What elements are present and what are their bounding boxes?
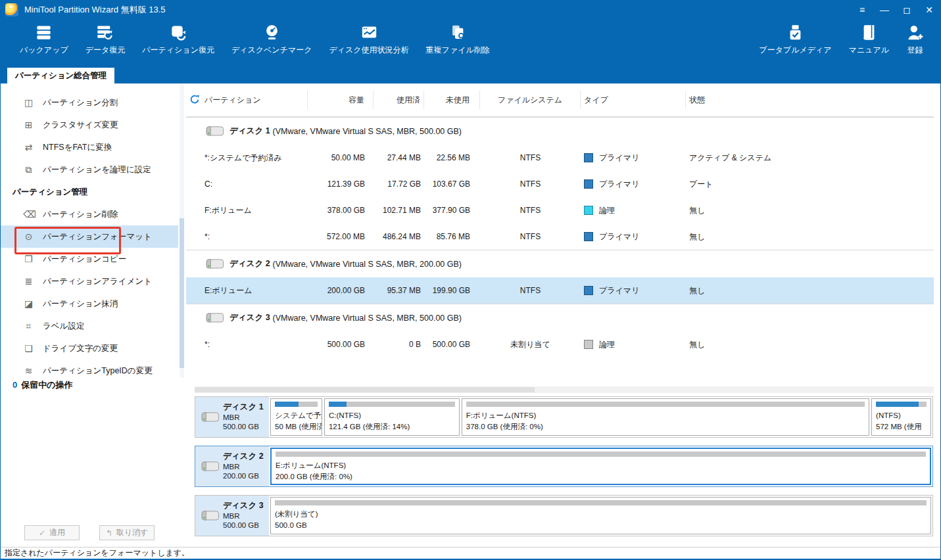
disk-map-partition-block[interactable]: (未割り当て)500.0 GB bbox=[270, 497, 931, 534]
disk-map-partition-block[interactable]: E:ボリューム(NTFS)200.0 GB (使用済: 0%) bbox=[270, 448, 931, 485]
align-partition-icon: ≣ bbox=[23, 276, 34, 287]
column-header-4[interactable]: 未使用 bbox=[424, 91, 480, 109]
disk-name: ディスク 1 bbox=[229, 126, 270, 137]
horizontal-scrollbar[interactable] bbox=[195, 386, 934, 393]
disk-map-partition-block[interactable]: システムで予約50 MB (使用済: bbox=[270, 398, 322, 436]
disk-map-partition-block[interactable]: (NTFS)572 MB (使用 bbox=[871, 398, 931, 436]
disk-map-partition-block[interactable]: C:(NTFS)121.4 GB (使用済: 14%) bbox=[324, 398, 460, 436]
maximize-button[interactable]: ◻ bbox=[896, 0, 918, 20]
partition-block-detail: 572 MB (使用 bbox=[876, 421, 927, 432]
hard-disk-icon bbox=[204, 258, 224, 270]
column-header-2[interactable]: 容量 bbox=[308, 91, 374, 109]
partition-status: 無し bbox=[686, 285, 934, 296]
main-panel: パーティション容量使用済未使用ファイルシステムタイプ状態 ディスク 1(VMwa… bbox=[186, 83, 940, 547]
partition-block-label: C:(NTFS) bbox=[329, 410, 455, 421]
partition-table-row[interactable]: *:572.00 MB486.24 MB85.76 MBNTFSプライマリ無し bbox=[186, 223, 934, 250]
partition-table: ディスク 1(VMware, VMware Virtual S SAS, MBR… bbox=[186, 117, 940, 358]
toolbar-button-label: データ復元 bbox=[85, 45, 126, 56]
app-logo-icon bbox=[5, 3, 18, 16]
hard-disk-icon bbox=[199, 509, 219, 522]
unused-value: 85.76 MB bbox=[424, 232, 480, 241]
partition-table-row[interactable]: F:ボリューム378.00 GB102.71 MB377.90 GBNTFS論理… bbox=[186, 197, 934, 223]
sidebar-item-wipe-partition[interactable]: ◪パーティション抹消 bbox=[1, 292, 178, 315]
disk-map-partition-block[interactable]: F:ボリューム(NTFS)378.0 GB (使用済: 0%) bbox=[462, 398, 869, 436]
sidebar-buttons: ✓ 適用 ↰ 取り消す bbox=[1, 525, 178, 540]
partition-usage-bar bbox=[276, 452, 926, 457]
disk-map-name: ディスク 2 bbox=[223, 452, 264, 462]
disk-map-label[interactable]: ディスク 3MBR500.00 GB bbox=[195, 496, 269, 536]
sidebar-item-delete-partition[interactable]: ⌫パーティション削除 bbox=[1, 203, 178, 225]
partition-table-row[interactable]: E:ボリューム200.00 GB95.37 MB199.90 GBNTFSプライ… bbox=[186, 277, 934, 304]
column-header-5[interactable]: ファイルシステム bbox=[480, 91, 581, 109]
sidebar-item-cluster-size[interactable]: ⊞クラスタサイズ変更 bbox=[1, 114, 178, 136]
sidebar-item-copy-partition[interactable]: ❐パーティションコピー bbox=[1, 248, 178, 270]
toolbar-button-partition-recovery[interactable]: パーティション復元 bbox=[133, 20, 223, 56]
partition-table-row[interactable]: C:121.39 GB17.72 GB103.67 GBNTFSプライマリブート bbox=[186, 171, 934, 197]
apply-button[interactable]: ✓ 適用 bbox=[24, 525, 80, 540]
sidebar-section-header: パーティション管理 bbox=[1, 181, 178, 203]
data-recovery-icon bbox=[96, 24, 114, 41]
undo-button[interactable]: ↰ 取り消す bbox=[99, 525, 155, 540]
sidebar-item-change-drive-letter[interactable]: ❏ドライブ文字の変更 bbox=[1, 337, 178, 360]
partition-table-row[interactable]: *:500.00 GB0 B500.00 GB未割り当て論理無し bbox=[186, 331, 934, 358]
format-partition-icon: ⊙ bbox=[23, 231, 34, 242]
duplicate-file-remover-icon bbox=[449, 24, 467, 41]
register-icon bbox=[906, 24, 924, 41]
toolbar-button-label: 重複ファイル削除 bbox=[426, 45, 490, 56]
partition-table-row[interactable]: *:システムで予約済み50.00 MB27.44 MB22.56 MBNTFSプ… bbox=[186, 145, 934, 171]
partition-type-label: プライマリ bbox=[599, 152, 639, 164]
used-value: 17.72 GB bbox=[374, 179, 424, 189]
column-header-3[interactable]: 使用済 bbox=[374, 91, 424, 109]
toolbar-button-manual[interactable]: マニュアル bbox=[840, 20, 898, 56]
disk-map-label[interactable]: ディスク 1MBR500.00 GB bbox=[195, 397, 269, 437]
close-button[interactable]: ✕ bbox=[918, 0, 940, 20]
sidebar-item-convert-ntfs-fat[interactable]: ⇄NTFSをFATに変換 bbox=[1, 136, 178, 158]
disk-map-label[interactable]: ディスク 2MBR200.00 GB bbox=[195, 446, 269, 486]
sidebar-item-set-logical[interactable]: ⧉パーティションを論理に設定 bbox=[1, 158, 178, 181]
partition-type-color-icon bbox=[584, 206, 593, 215]
partition-name: *:システムで予約済み bbox=[186, 152, 308, 164]
used-value: 0 B bbox=[374, 340, 424, 349]
partition-type-label: 論理 bbox=[599, 339, 615, 350]
minimize-button[interactable]: — bbox=[873, 0, 896, 20]
sidebar-item-set-label[interactable]: ⌗ラベル設定 bbox=[1, 315, 178, 337]
tab-partition-management[interactable]: パーティション総合管理 bbox=[7, 68, 114, 83]
partition-name: *: bbox=[186, 232, 308, 241]
sidebar-item-change-type-id[interactable]: ≋パーティションTypeIDの変更 bbox=[1, 360, 178, 382]
filesystem-value: NTFS bbox=[480, 286, 581, 295]
sidebar-scrollbar-thumb[interactable] bbox=[180, 218, 184, 368]
column-header-1[interactable]: パーティション bbox=[186, 91, 308, 109]
delete-partition-icon: ⌫ bbox=[23, 209, 34, 220]
toolbar-button-backup[interactable]: バックアップ bbox=[11, 20, 77, 56]
main-toolbar: バックアップデータ復元パーティション復元ディスクベンチマークディスク使用状況分析… bbox=[1, 20, 940, 68]
partition-type-label: プライマリ bbox=[599, 231, 639, 243]
menu-icon[interactable]: ≡ bbox=[851, 0, 873, 20]
partition-block-label: (未割り当て) bbox=[275, 509, 927, 520]
toolbar-button-disk-usage-analysis[interactable]: ディスク使用状況分析 bbox=[320, 20, 417, 56]
capacity-value: 500.00 GB bbox=[308, 340, 374, 349]
copy-partition-icon: ❐ bbox=[23, 254, 34, 264]
column-header-7[interactable]: 状態 bbox=[686, 91, 934, 109]
partition-block-label: F:ボリューム(NTFS) bbox=[466, 410, 865, 421]
sidebar-item-align-partition[interactable]: ≣パーティションアライメント bbox=[1, 270, 178, 292]
partition-usage-bar bbox=[329, 402, 455, 407]
toolbar-button-bootable-media[interactable]: ブータブルメディア bbox=[750, 20, 840, 56]
toolbar-button-duplicate-file-remover[interactable]: 重複ファイル削除 bbox=[418, 20, 498, 56]
partition-type-label: プライマリ bbox=[599, 179, 639, 190]
disk-map-row: ディスク 2MBR200.00 GBE:ボリューム(NTFS)200.0 GB … bbox=[195, 446, 933, 487]
toolbar-button-data-recovery[interactable]: データ復元 bbox=[77, 20, 134, 56]
sidebar-item-label: パーティション抹消 bbox=[43, 298, 118, 310]
filesystem-value: 未割り当て bbox=[480, 339, 581, 350]
sidebar-item-split-partition[interactable]: ◫パーティション分割 bbox=[1, 91, 178, 114]
partition-type-cell: 論理 bbox=[581, 205, 686, 216]
partition-usage-bar bbox=[275, 500, 927, 505]
toolbar-button-register[interactable]: 登録 bbox=[898, 20, 932, 56]
refresh-icon[interactable] bbox=[189, 93, 201, 105]
toolbar-button-disk-benchmark[interactable]: ディスクベンチマーク bbox=[223, 20, 321, 56]
sidebar-item-format-partition[interactable]: ⊙パーティションフォーマット bbox=[1, 225, 178, 248]
toolbar-right-group: ブータブルメディアマニュアル登録 bbox=[750, 20, 940, 56]
horizontal-scrollbar-thumb[interactable] bbox=[195, 387, 535, 392]
disk-group-header: ディスク 3(VMware, VMware Virtual S SAS, MBR… bbox=[186, 304, 934, 331]
column-header-6[interactable]: タイプ bbox=[581, 91, 686, 109]
partition-type-color-icon bbox=[584, 286, 593, 295]
